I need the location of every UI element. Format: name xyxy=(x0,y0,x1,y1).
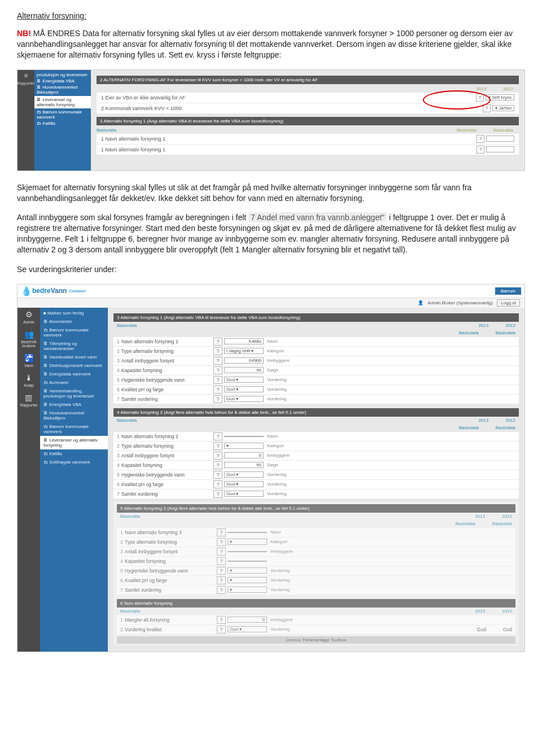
sb-sollihogda[interactable]: 🗀 Sollihøgda vannverk xyxy=(40,458,108,466)
lbl: Samlet vurdering xyxy=(121,396,212,402)
sb-baerum-kv2[interactable]: 🗀 Bærum kommunale vannverk xyxy=(40,422,108,436)
rail-rapporter[interactable]: ▥Rapporter xyxy=(20,393,37,407)
sb-item-prod[interactable]: produksjon og leveranser xyxy=(37,72,89,78)
kapasitet-input[interactable]: 90 xyxy=(224,367,264,373)
rail-avlop[interactable]: 🌡Avløp xyxy=(24,373,34,387)
sb-tilknytning[interactable]: 🗎 Tilknytning og vannleveranser xyxy=(40,339,108,353)
sb-vannbehandling[interactable]: 🗎 Vannbehandling, produksjon og leverans… xyxy=(40,387,108,400)
help-icon[interactable]: ? xyxy=(213,338,222,346)
help-icon[interactable]: ? xyxy=(217,538,226,546)
sb-abonnenter[interactable]: 🗎 Abonnenter xyxy=(40,317,108,326)
navn-input[interactable] xyxy=(228,532,267,533)
help-icon[interactable]: ? xyxy=(217,557,226,565)
help-icon[interactable]: ? xyxy=(217,586,226,594)
samlet-select[interactable]: God ▾ xyxy=(224,491,264,497)
rail-rapporter[interactable]: Rapporter xyxy=(17,81,34,85)
rail-bedreva[interactable]: 👥BedreVA brukere xyxy=(18,330,40,348)
help-icon[interactable]: ? xyxy=(213,395,222,403)
type-select[interactable]: ▾ xyxy=(224,443,264,449)
sb-aurevann[interactable]: 🗀 Aurevann xyxy=(40,378,108,387)
kapasitet-input[interactable] xyxy=(228,561,267,562)
sb-hovedvannverk[interactable]: 🗎 Hovedvannverket Bleksiltjern xyxy=(40,409,108,422)
innbyggere-input[interactable]: 0 xyxy=(224,452,264,458)
help-icon[interactable]: ? xyxy=(477,146,484,154)
help-icon[interactable]: ? xyxy=(213,386,222,394)
bar-chart-icon[interactable]: ▥ xyxy=(24,73,28,78)
sb-item-hoved[interactable]: 🗎 Hovedvannverket Bleksiltjern xyxy=(37,84,89,95)
sb-vannkvalitet[interactable]: 🗎 Vannkvalitet levert vann xyxy=(40,353,108,361)
janei-select[interactable]: ▾ Ja/Nei xyxy=(492,105,514,111)
sb-energidata-vv[interactable]: 🗎 Energidata vannverk xyxy=(40,370,108,378)
rail-vann[interactable]: 🚰Vann xyxy=(24,353,34,368)
innbyggere-input[interactable] xyxy=(228,551,267,552)
sb-item-kattas[interactable]: 🗀 Kattås xyxy=(37,120,89,126)
help-icon[interactable]: ? xyxy=(217,548,226,556)
hygiene-select[interactable]: God ▾ xyxy=(224,471,264,478)
help-icon[interactable]: ? xyxy=(213,452,222,460)
group-5-header: 5 Alternativ forsyning 3 (Angi flere alt… xyxy=(117,504,515,513)
hygiene-select[interactable]: God ▾ xyxy=(224,377,264,383)
help-icon[interactable]: ? xyxy=(213,442,222,450)
basis-2013[interactable]: Basisdata xyxy=(456,521,475,526)
sb-marker[interactable]: ■ Marker som ferdig xyxy=(40,309,108,317)
ph-select[interactable]: ▾ xyxy=(228,577,267,583)
type-select[interactable]: I daglig drift ▾ xyxy=(224,348,264,354)
field[interactable] xyxy=(486,136,514,142)
help-icon[interactable]: ? xyxy=(213,432,222,440)
help-icon[interactable]: ? xyxy=(217,616,226,624)
help-icon[interactable]: ? xyxy=(213,347,222,355)
lbl: Navn alternativ forsyning 1 xyxy=(121,339,212,344)
app-topbar: 💧 bedreVann Deltaker Bærum xyxy=(18,285,524,298)
type-select[interactable]: ▾ xyxy=(228,539,267,545)
basis-2012[interactable]: Basisdata xyxy=(496,330,515,335)
basis-2012[interactable]: Basisdata xyxy=(492,521,512,526)
sb-item-baerum[interactable]: 🗀 Bærum kommunale vannverk xyxy=(37,109,89,120)
group-3-subheader: Basisdata 20132012 xyxy=(113,322,519,329)
basisdata-2012[interactable]: Basisdata xyxy=(493,128,513,133)
samlet-select[interactable]: God ▾ xyxy=(224,396,264,402)
help-icon[interactable]: ? xyxy=(213,480,222,488)
help-icon[interactable]: ? xyxy=(217,528,226,536)
navn-input[interactable]: Kattås xyxy=(224,338,264,344)
field[interactable] xyxy=(486,146,514,152)
help-icon[interactable]: ? xyxy=(213,471,222,479)
sb-energidata-vba[interactable]: 🗎 Energidata VBA xyxy=(40,400,108,409)
ph-select[interactable]: God ▾ xyxy=(224,481,264,487)
org-button[interactable]: Bærum xyxy=(495,287,521,295)
sb-item-energi[interactable]: 🗎 Energidata VBA xyxy=(37,78,89,84)
navn-input[interactable] xyxy=(224,436,264,437)
help-icon[interactable]: ? xyxy=(213,376,222,384)
rail-admin[interactable]: ⚙Admin xyxy=(23,310,34,324)
g3-r3: 3Antall innbyggere forsynt?64900Innbygge… xyxy=(113,356,519,365)
kapasitet-input[interactable]: 90 xyxy=(224,462,264,468)
basis-2012[interactable]: Basisdata xyxy=(496,425,515,430)
innbyggere-input[interactable]: 64900 xyxy=(224,357,264,364)
help-icon[interactable]: ? xyxy=(217,567,226,575)
sb-item-leveranser[interactable]: 🗎 Leveranser og alternativ forsyning xyxy=(34,96,91,108)
ph-select[interactable]: God ▾ xyxy=(224,386,264,392)
samlet-select[interactable]: ▾ xyxy=(228,587,267,593)
basis-2013[interactable]: Basisdata xyxy=(459,330,479,335)
help-icon[interactable]: ? xyxy=(213,461,222,469)
unit: Vurdering xyxy=(267,396,286,401)
help-icon[interactable]: ? xyxy=(477,135,484,143)
logout-button[interactable]: Logg ut xyxy=(497,299,520,307)
vurdering-select[interactable]: God ▾ xyxy=(228,626,267,632)
help-icon[interactable]: ? xyxy=(213,490,222,498)
basis-2013[interactable]: Basisdata xyxy=(459,425,479,430)
hygiene-select[interactable]: ▾ xyxy=(228,567,267,574)
sb-kattas[interactable]: 🗀 Kattås xyxy=(40,449,108,458)
sb-baerum-kv[interactable]: 🗀 Bærum kommunale vannverk xyxy=(40,326,108,339)
help-icon[interactable]: ? xyxy=(217,576,226,584)
help-icon[interactable]: ? xyxy=(213,366,222,374)
help-icon[interactable]: ? xyxy=(213,357,222,365)
taskbar-item[interactable]: Lenovo ThinkVantage Toolbox xyxy=(117,636,515,644)
unit: Vurdering xyxy=(267,472,286,477)
basisdata-2013[interactable]: Basisdata xyxy=(457,128,477,133)
g5-r3: 3Antall innbyggere forsynt?Innbyggere xyxy=(117,547,515,556)
help-icon[interactable]: ? xyxy=(217,626,226,633)
lbl: Navn alternativ forsyning 2 xyxy=(121,434,212,439)
sb-leveranser-af[interactable]: 🗎 Leveranser og alternativ forsyning xyxy=(40,436,108,449)
sb-distribusjon[interactable]: 🗎 Distribusjonsnett vannverk xyxy=(40,361,108,370)
mangler-input[interactable]: 0 xyxy=(228,617,267,623)
